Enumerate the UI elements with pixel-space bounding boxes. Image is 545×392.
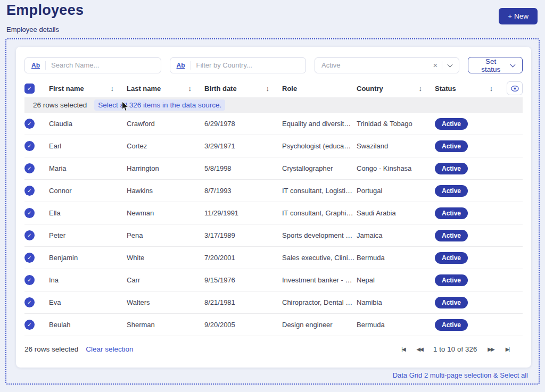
check-icon: ✓ [27, 299, 31, 305]
cell-birth-date: 7/20/2001 [204, 254, 282, 262]
cell-birth-date: 3/29/1971 [204, 142, 282, 150]
row-checkbox[interactable]: ✓ [24, 119, 35, 129]
table-row[interactable]: ✓ Claudia Crawford 6/29/1978 Equality an… [24, 113, 523, 135]
cell-country: Nepal [357, 276, 435, 284]
search-name-field[interactable]: Ab [24, 57, 161, 73]
pagination: |◀ ◀◀ 1 to 10 of 326 ▶▶ ▶| [400, 345, 523, 353]
set-status-button[interactable]: Set status [468, 57, 523, 73]
clear-icon[interactable]: × [428, 61, 442, 70]
cell-last-name: Carr [127, 276, 204, 284]
next-page-icon[interactable]: ▶▶ [486, 346, 494, 352]
status-badge: Active [435, 140, 468, 152]
cell-birth-date: 9/20/2005 [204, 321, 282, 329]
select-all-checkbox[interactable]: ✓ [24, 84, 35, 94]
row-checkbox[interactable]: ✓ [24, 163, 35, 173]
page-header: Employees Employee details + New [0, 0, 545, 34]
clear-selection-link[interactable]: Clear selection [86, 345, 133, 353]
status-badge: Active [435, 163, 468, 174]
table-row[interactable]: ✓ Peter Pena 3/17/1989 Sports developmen… [24, 224, 523, 247]
cell-role: Sales executive, Clini… [282, 254, 357, 262]
demo-container: Ab Ab × Set status [5, 38, 540, 385]
page-title: Employees [6, 2, 84, 19]
table-row[interactable]: ✓ Beulah Sherman 9/20/2005 Design engine… [24, 314, 523, 336]
set-status-label: Set status [475, 57, 506, 73]
check-icon: ✓ [27, 277, 31, 283]
row-checkbox[interactable]: ✓ [24, 275, 35, 285]
eye-icon [511, 86, 519, 91]
cell-first-name: Connor [49, 187, 127, 195]
cell-first-name: Claudia [49, 120, 127, 128]
cell-birth-date: 8/21/1981 [204, 298, 282, 306]
row-checkbox[interactable]: ✓ [24, 186, 35, 196]
cell-role: Sports development … [282, 231, 357, 239]
cell-role: Design engineer [282, 321, 357, 329]
row-checkbox[interactable]: ✓ [24, 320, 35, 330]
check-icon: ✓ [27, 85, 32, 92]
cell-last-name: Cortez [127, 142, 204, 150]
column-header-first-name[interactable]: First name ↕ [49, 85, 127, 93]
cell-country: Saudi Arabia [357, 209, 435, 217]
sort-icon[interactable]: ↕ [266, 85, 270, 93]
table-row[interactable]: ✓ Ina Carr 9/15/1976 Investment banker -… [24, 269, 523, 291]
cell-role: Investment banker - … [282, 276, 357, 284]
cell-last-name: Pena [127, 231, 204, 239]
table-row[interactable]: ✓ Connor Hawkins 8/7/1993 IT consultant,… [24, 180, 523, 202]
cell-first-name: Earl [49, 142, 127, 150]
select-all-datasource-link[interactable]: Select all 326 items in the data source. [94, 99, 225, 111]
chevron-down-icon[interactable] [448, 62, 453, 67]
column-header-role[interactable]: Role [282, 85, 357, 93]
cell-last-name: Walters [127, 298, 204, 306]
last-page-icon[interactable]: ▶| [505, 346, 510, 352]
cell-role: IT consultant, Logisti… [282, 187, 357, 195]
cell-first-name: Ella [49, 209, 127, 217]
cell-role: Psychologist (educa… [282, 142, 357, 150]
check-icon: ✓ [27, 143, 31, 149]
select-divider [442, 61, 442, 70]
row-checkbox[interactable]: ✓ [24, 297, 35, 307]
previous-page-icon[interactable]: ◀◀ [416, 346, 424, 352]
cell-birth-date: 5/8/1998 [204, 164, 282, 172]
demo-source-link[interactable]: Data Grid 2 multi-page selection & Selec… [393, 371, 528, 379]
sort-icon[interactable]: ↕ [188, 85, 192, 93]
status-filter-value[interactable] [315, 61, 428, 69]
cell-last-name: White [127, 254, 204, 262]
sort-icon[interactable]: ↕ [111, 85, 114, 93]
column-header-last-name[interactable]: Last name ↕ [127, 85, 204, 93]
status-badge: Active [435, 252, 468, 264]
column-header-status[interactable]: Status ↕ [435, 81, 523, 95]
cell-first-name: Maria [49, 164, 127, 172]
cell-first-name: Eva [49, 298, 127, 306]
check-icon: ✓ [27, 121, 31, 127]
row-checkbox[interactable]: ✓ [24, 208, 35, 218]
table-row[interactable]: ✓ Ella Newman 11/29/1991 IT consultant, … [24, 202, 523, 224]
column-header-birth-date[interactable]: Birth date ↕ [204, 85, 282, 93]
status-badge: Active [435, 207, 468, 219]
table-row[interactable]: ✓ Eva Walters 8/21/1981 Chiropractor, De… [24, 291, 523, 314]
page-subtitle: Employee details [6, 26, 84, 34]
row-checkbox[interactable]: ✓ [24, 230, 35, 240]
table-row[interactable]: ✓ Maria Harrington 5/8/1998 Crystallogra… [24, 157, 523, 180]
check-icon: ✓ [27, 165, 31, 171]
search-name-input[interactable] [46, 61, 161, 69]
filter-country-field[interactable]: Ab [170, 57, 307, 73]
table-body: ✓ Claudia Crawford 6/29/1978 Equality an… [24, 113, 523, 336]
row-checkbox[interactable]: ✓ [24, 141, 35, 151]
sort-icon[interactable]: ↕ [419, 85, 423, 93]
sort-icon[interactable]: ↕ [490, 85, 493, 93]
cell-country: Portugal [357, 187, 435, 195]
status-filter-select[interactable]: × [315, 57, 459, 73]
table-row[interactable]: ✓ Benjamin White 7/20/2001 Sales executi… [24, 247, 523, 269]
cell-country: Trinidad & Tobago [357, 120, 435, 128]
row-checkbox[interactable]: ✓ [24, 253, 35, 263]
cell-last-name: Harrington [127, 164, 204, 172]
first-page-icon[interactable]: |◀ [400, 346, 406, 352]
status-badge: Active [435, 230, 468, 241]
new-button[interactable]: + New [499, 8, 538, 24]
column-visibility-button[interactable] [507, 81, 523, 95]
cell-birth-date: 6/29/1978 [204, 120, 282, 128]
column-header-country[interactable]: Country ↕ [357, 85, 435, 93]
check-icon: ✓ [27, 210, 31, 216]
filter-country-input[interactable] [191, 61, 306, 69]
cell-country: Swaziland [357, 142, 435, 150]
table-row[interactable]: ✓ Earl Cortez 3/29/1971 Psychologist (ed… [24, 135, 523, 157]
